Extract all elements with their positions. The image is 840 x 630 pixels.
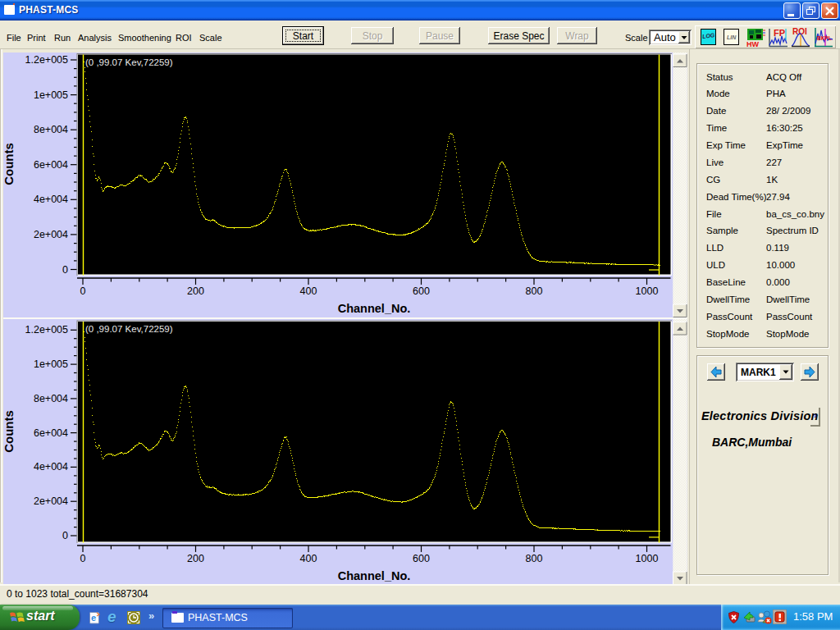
svg-text:Counts: Counts [3, 143, 16, 185]
svg-text:1.2e+005: 1.2e+005 [25, 324, 69, 336]
svg-text:Counts: Counts [3, 410, 16, 453]
svg-text:0: 0 [80, 553, 86, 564]
svg-text:2e+004: 2e+004 [34, 495, 68, 507]
svg-text:(0 ,99.07 Kev,72259): (0 ,99.07 Kev,72259) [85, 324, 173, 334]
svg-text:800: 800 [526, 285, 543, 297]
svg-text:1e+005: 1e+005 [34, 358, 68, 370]
svg-text:BKPL: BKPL [817, 35, 832, 41]
svg-text:FP: FP [774, 28, 785, 38]
svg-text:(0 ,99.07 Kev,72259): (0 ,99.07 Kev,72259) [85, 57, 173, 67]
svg-text:0: 0 [62, 530, 68, 541]
svg-text:1000: 1000 [636, 553, 659, 564]
svg-text:1e+005: 1e+005 [34, 89, 68, 101]
svg-text:400: 400 [300, 285, 317, 297]
svg-text:8e+004: 8e+004 [34, 393, 68, 404]
svg-text:600: 600 [413, 553, 430, 564]
svg-text:2e+004: 2e+004 [34, 229, 68, 240]
svg-text:6e+004: 6e+004 [34, 159, 68, 171]
svg-text:Channel_No.: Channel_No. [338, 569, 411, 582]
svg-text:200: 200 [187, 285, 204, 297]
svg-text:6e+004: 6e+004 [34, 427, 68, 439]
svg-text:0: 0 [80, 285, 86, 297]
svg-text:400: 400 [300, 553, 317, 564]
svg-text:e: e [91, 613, 96, 623]
svg-text:200: 200 [187, 553, 204, 564]
svg-text:ROI: ROI [792, 27, 807, 36]
svg-text:1000: 1000 [636, 285, 659, 297]
svg-text:8e+004: 8e+004 [34, 124, 68, 135]
svg-text:0: 0 [62, 264, 68, 276]
svg-text:Channel_No.: Channel_No. [338, 302, 411, 315]
svg-text:HW: HW [746, 40, 759, 48]
svg-text:1.2e+005: 1.2e+005 [25, 54, 69, 66]
svg-text:4e+004: 4e+004 [34, 461, 68, 472]
svg-text:4e+004: 4e+004 [34, 194, 68, 205]
svg-text:600: 600 [413, 285, 430, 297]
svg-text:800: 800 [526, 553, 543, 564]
